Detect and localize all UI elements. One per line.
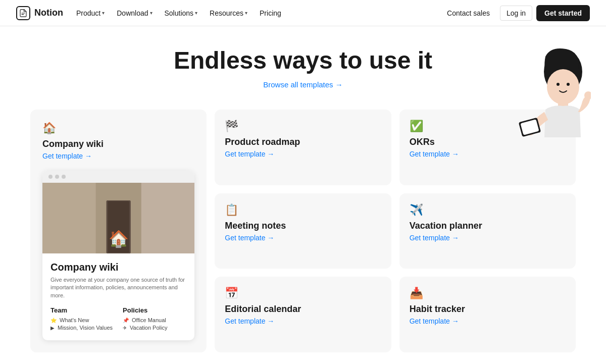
preview-wiki-icon: 🏠 — [109, 229, 129, 248]
login-button[interactable]: Log in — [500, 6, 532, 21]
nav-right: Contact sales Log in Get started — [441, 5, 590, 21]
svg-rect-12 — [141, 183, 194, 253]
card-title: Habit tracker — [410, 304, 566, 315]
policies-column: Policies 📌 Office Manual ✈ Vacation Poli… — [123, 306, 167, 332]
star-icon: ⭐ — [50, 318, 57, 323]
card-title: Product roadmap — [225, 137, 381, 147]
dot-3 — [62, 175, 66, 179]
plane-icon: ✈️ — [410, 203, 566, 217]
policies-title: Policies — [123, 306, 167, 314]
preview-row: ✈ Vacation Policy — [123, 325, 167, 331]
preview-titlebar — [42, 171, 194, 183]
contact-sales-button[interactable]: Contact sales — [441, 6, 496, 20]
preview-row: ▶ Mission, Vision Values — [50, 325, 113, 331]
card-title: Meeting notes — [225, 221, 381, 231]
flag-icon: 🏁 — [225, 120, 381, 133]
habit-tracker-template-link[interactable]: Get template → — [410, 317, 459, 325]
house-icon: 🏠 — [42, 122, 56, 134]
dot-2 — [55, 175, 59, 179]
browse-templates-link[interactable]: Browse all templates → — [263, 80, 343, 89]
notion-logo-icon — [16, 6, 30, 20]
illustration — [490, 41, 591, 152]
svg-point-2 — [547, 69, 579, 105]
nav-item-solutions[interactable]: Solutions ▾ — [160, 6, 203, 20]
chevron-down-icon: ▾ — [245, 10, 247, 16]
editorial-calendar-card: 📅 Editorial calendar Get template → — [215, 277, 391, 352]
preview-image: 🏠 — [42, 183, 194, 253]
company-wiki-template-link[interactable]: Get template → — [42, 152, 92, 160]
product-roadmap-template-link[interactable]: Get template → — [225, 150, 274, 158]
preview-content: Company wiki Give everyone at your compa… — [42, 253, 194, 340]
preview-columns: Team ⭐ What's New ▶ Mission, Vision Valu… — [50, 306, 186, 332]
nav-left: Notion Product ▾ Download ▾ Solutions ▾ … — [16, 6, 286, 20]
habit-tracker-card: 📥 Habit tracker Get template → — [399, 277, 576, 352]
svg-point-3 — [557, 83, 560, 86]
okrs-template-link[interactable]: Get template → — [410, 150, 459, 158]
nav-item-pricing[interactable]: Pricing — [255, 6, 286, 20]
logo-link[interactable]: Notion — [16, 6, 63, 20]
preview-desc: Give everyone at your company one source… — [50, 276, 186, 299]
team-title: Team — [50, 306, 113, 314]
meeting-notes-card: 📋 Meeting notes Get template → — [215, 193, 391, 269]
nav-item-product[interactable]: Product ▾ — [71, 6, 110, 20]
product-roadmap-card: 🏁 Product roadmap Get template → — [215, 110, 391, 185]
pin-icon: 📌 — [123, 318, 129, 323]
chevron-down-icon: ▾ — [102, 10, 105, 16]
habit-tracker-icon: 📥 — [410, 287, 566, 300]
notes-icon: 📋 — [225, 203, 381, 217]
preview-wiki-title: Company wiki — [50, 262, 186, 273]
preview-row: 📌 Office Manual — [123, 317, 167, 323]
nav-item-download[interactable]: Download ▾ — [112, 6, 157, 20]
card-title: Company wiki — [42, 139, 194, 149]
dot-1 — [48, 175, 53, 179]
card-title: Editorial calendar — [225, 304, 381, 315]
company-wiki-preview: 🏠 Company wiki Give everyone at your com… — [42, 171, 194, 340]
play-icon: ▶ — [50, 325, 55, 331]
svg-point-4 — [567, 83, 570, 86]
chevron-down-icon: ▾ — [150, 10, 153, 16]
get-started-button[interactable]: Get started — [536, 5, 590, 21]
svg-rect-10 — [42, 183, 95, 253]
logo-text: Notion — [34, 8, 63, 18]
navbar: Notion Product ▾ Download ▾ Solutions ▾ … — [0, 0, 606, 26]
card-header: 🏠 Company wiki Get template → — [42, 122, 194, 161]
card-title: Vacation planner — [410, 221, 566, 231]
vacation-planner-card: ✈️ Vacation planner Get template → — [399, 193, 576, 269]
company-wiki-card: 🏠 Company wiki Get template → — [30, 110, 207, 352]
meeting-notes-template-link[interactable]: Get template → — [225, 234, 274, 242]
editorial-calendar-template-link[interactable]: Get template → — [225, 317, 274, 325]
nav-item-resources[interactable]: Resources ▾ — [205, 6, 252, 20]
main-section: Endless ways to use it Browse all templa… — [0, 26, 606, 364]
vacation-planner-template-link[interactable]: Get template → — [410, 234, 459, 242]
preview-row: ⭐ What's New — [50, 317, 113, 323]
chevron-down-icon: ▾ — [195, 10, 197, 16]
calendar-icon: 📅 — [225, 287, 381, 300]
team-column: Team ⭐ What's New ▶ Mission, Vision Valu… — [50, 306, 113, 332]
plane-small-icon: ✈ — [123, 325, 127, 331]
